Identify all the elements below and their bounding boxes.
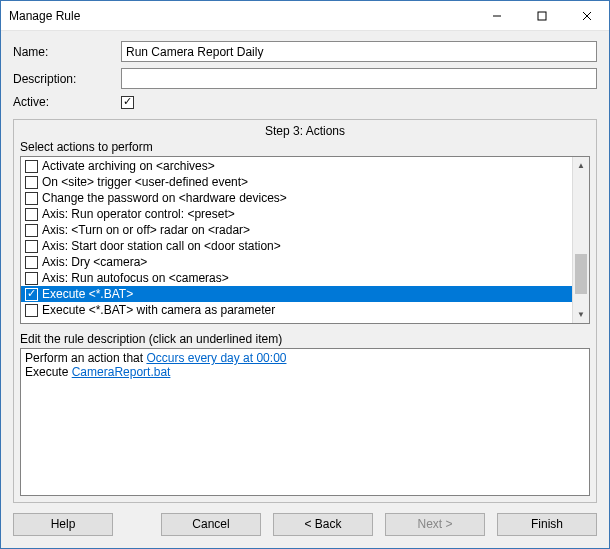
action-row[interactable]: Activate archiving on <archives>	[21, 158, 572, 174]
cancel-button[interactable]: Cancel	[161, 513, 261, 536]
action-row[interactable]: Execute <*.BAT> with camera as parameter	[21, 302, 572, 318]
actions-list: Activate archiving on <archives>On <site…	[20, 156, 590, 324]
action-checkbox[interactable]	[25, 224, 38, 237]
action-row[interactable]: On <site> trigger <user-defined event>	[21, 174, 572, 190]
desc-text: Execute	[25, 365, 72, 379]
action-row[interactable]: Execute <*.BAT>	[21, 286, 572, 302]
scroll-down-button[interactable]: ▼	[573, 306, 589, 323]
action-checkbox[interactable]	[25, 240, 38, 253]
scroll-thumb[interactable]	[575, 254, 587, 294]
active-checkbox[interactable]	[121, 96, 134, 109]
name-label: Name:	[13, 45, 121, 59]
active-label: Active:	[13, 95, 121, 109]
name-input[interactable]	[121, 41, 597, 62]
description-label: Description:	[13, 72, 121, 86]
action-label: Axis: Run autofocus on <cameras>	[42, 271, 229, 285]
rule-description-label: Edit the rule description (click an unde…	[14, 332, 596, 348]
action-checkbox[interactable]	[25, 288, 38, 301]
action-label: Axis: Dry <camera>	[42, 255, 147, 269]
action-checkbox[interactable]	[25, 208, 38, 221]
button-row: Help Cancel < Back Next > Finish	[13, 513, 597, 536]
maximize-button[interactable]	[519, 1, 564, 30]
action-row[interactable]: Axis: Dry <camera>	[21, 254, 572, 270]
bat-file-link[interactable]: CameraReport.bat	[72, 365, 171, 379]
action-row[interactable]: Axis: Run operator control: <preset>	[21, 206, 572, 222]
action-label: Execute <*.BAT>	[42, 287, 133, 301]
action-checkbox[interactable]	[25, 304, 38, 317]
action-label: On <site> trigger <user-defined event>	[42, 175, 248, 189]
close-button[interactable]	[564, 1, 609, 30]
rule-description-box: Perform an action that Occurs every day …	[20, 348, 590, 496]
actions-fieldset: Step 3: Actions Select actions to perfor…	[13, 119, 597, 503]
scrollbar[interactable]: ▲ ▼	[572, 157, 589, 323]
help-button[interactable]: Help	[13, 513, 113, 536]
action-row[interactable]: Axis: Run autofocus on <cameras>	[21, 270, 572, 286]
action-label: Axis: Run operator control: <preset>	[42, 207, 235, 221]
action-row[interactable]: Axis: Start door station call on <door s…	[21, 238, 572, 254]
action-label: Axis: Start door station call on <door s…	[42, 239, 281, 253]
desc-text: Perform an action that	[25, 351, 146, 365]
action-checkbox[interactable]	[25, 272, 38, 285]
next-button[interactable]: Next >	[385, 513, 485, 536]
action-checkbox[interactable]	[25, 192, 38, 205]
action-label: Axis: <Turn on or off> radar on <radar>	[42, 223, 250, 237]
action-row[interactable]: Axis: <Turn on or off> radar on <radar>	[21, 222, 572, 238]
action-label: Activate archiving on <archives>	[42, 159, 215, 173]
dialog-body: Name: Description: Active: Step 3: Actio…	[1, 31, 609, 548]
back-button[interactable]: < Back	[273, 513, 373, 536]
action-checkbox[interactable]	[25, 160, 38, 173]
schedule-link[interactable]: Occurs every day at 00:00	[146, 351, 286, 365]
step-header: Step 3: Actions	[14, 120, 596, 140]
window-title: Manage Rule	[9, 9, 474, 23]
minimize-button[interactable]	[474, 1, 519, 30]
select-actions-label: Select actions to perform	[14, 140, 596, 156]
action-label: Execute <*.BAT> with camera as parameter	[42, 303, 275, 317]
titlebar: Manage Rule	[1, 1, 609, 31]
action-label: Change the password on <hardware devices…	[42, 191, 287, 205]
rule-description-line: Execute CameraReport.bat	[25, 365, 585, 379]
scroll-track[interactable]	[573, 174, 589, 306]
action-row[interactable]: Change the password on <hardware devices…	[21, 190, 572, 206]
action-checkbox[interactable]	[25, 176, 38, 189]
finish-button[interactable]: Finish	[497, 513, 597, 536]
svg-rect-1	[538, 12, 546, 20]
rule-description-line: Perform an action that Occurs every day …	[25, 351, 585, 365]
action-checkbox[interactable]	[25, 256, 38, 269]
scroll-up-button[interactable]: ▲	[573, 157, 589, 174]
description-input[interactable]	[121, 68, 597, 89]
